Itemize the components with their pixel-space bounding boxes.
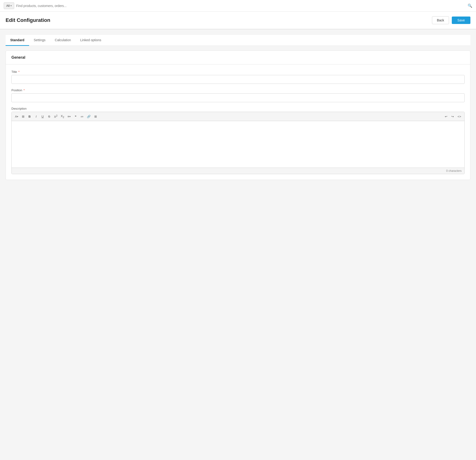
general-card: General Title * Position * De	[6, 50, 470, 180]
bold-button[interactable]: B	[27, 114, 32, 119]
underline-button[interactable]: U	[40, 114, 45, 119]
description-label: Description	[11, 107, 465, 110]
blockquote-button[interactable]: ❝	[73, 114, 78, 119]
description-field-group: Description A ▾ ⊞	[11, 107, 465, 174]
search-icon: 🔍	[468, 3, 472, 8]
title-required-indicator: *	[18, 70, 20, 74]
back-button[interactable]: Back	[432, 16, 449, 24]
title-label: Title *	[11, 70, 465, 74]
page-title: Edit Configuration	[6, 17, 50, 23]
content-area: Standard Settings Calculation Linked opt…	[0, 29, 476, 185]
position-label: Position *	[11, 88, 465, 92]
subscript-button[interactable]: X2	[60, 114, 65, 119]
tab-linked-options[interactable]: Linked options	[76, 35, 106, 46]
position-field-group: Position *	[11, 88, 465, 102]
italic-button[interactable]: I	[34, 114, 39, 119]
editor-toolbar: A ▾ ⊞ B I	[12, 112, 464, 121]
align-button[interactable]: ≡ ▾	[66, 114, 71, 119]
char-count: 0 characters	[446, 169, 462, 173]
ordered-list-button[interactable]: ≔	[79, 114, 85, 119]
position-input[interactable]	[11, 93, 465, 102]
tabs-bar: Standard Settings Calculation Linked opt…	[6, 35, 470, 46]
rich-text-editor: A ▾ ⊞ B I	[11, 112, 465, 174]
top-search-bar: All ▾ 🔍	[0, 0, 476, 12]
toolbar-right: ↩ ↪ <>	[444, 114, 462, 119]
page-header: Edit Configuration Back Save	[0, 12, 476, 29]
search-category-btn[interactable]: All ▾	[4, 2, 14, 9]
card-body: Title * Position * Description	[6, 65, 470, 180]
card-title: General	[11, 55, 26, 59]
table-button[interactable]: ⊞	[93, 114, 98, 119]
editor-content-area[interactable]	[12, 121, 464, 167]
superscript-button[interactable]: X2	[53, 114, 59, 119]
undo-button[interactable]: ↩	[444, 114, 449, 119]
tab-standard[interactable]: Standard	[6, 35, 29, 46]
strikethrough-button[interactable]: S	[47, 114, 52, 119]
editor-footer: 0 characters	[12, 167, 464, 174]
header-buttons: Back Save	[432, 16, 470, 24]
card-header: General	[6, 51, 470, 65]
title-input[interactable]	[11, 75, 465, 84]
toolbar-left: A ▾ ⊞ B I	[14, 114, 98, 119]
code-button[interactable]: <>	[457, 114, 462, 119]
position-required-indicator: *	[24, 88, 25, 92]
title-field-group: Title *	[11, 70, 465, 84]
link-button[interactable]: 🔗	[86, 114, 92, 119]
chevron-down-icon: ▾	[10, 4, 12, 7]
tab-calculation[interactable]: Calculation	[50, 35, 76, 46]
save-button[interactable]: Save	[452, 17, 470, 24]
search-input-wrapper: 🔍	[16, 3, 472, 8]
tab-settings[interactable]: Settings	[29, 35, 50, 46]
font-button[interactable]: A ▾	[14, 114, 19, 119]
redo-button[interactable]: ↪	[450, 114, 455, 119]
search-input[interactable]	[16, 4, 466, 8]
search-all-label: All	[6, 4, 9, 8]
grid-icon-button[interactable]: ⊞	[20, 114, 26, 119]
